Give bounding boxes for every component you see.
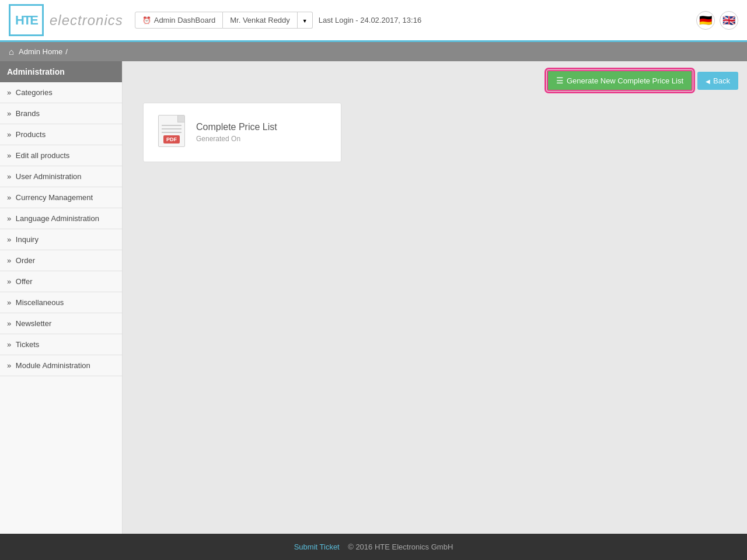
bullet-icon — [7, 298, 13, 307]
bullet-icon — [7, 235, 13, 244]
breadcrumb-home[interactable]: Admin Home — [19, 47, 62, 56]
sidebar-item-tickets[interactable]: Tickets — [0, 334, 122, 355]
language-flags: 🇩🇪 🇬🇧 — [696, 11, 738, 30]
main-content: Generate New Complete Price List Back PD… — [123, 61, 747, 534]
footer-copyright: © 2016 HTE Electronics GmbH — [348, 542, 453, 551]
submit-ticket-link[interactable]: Submit Ticket — [294, 542, 340, 551]
toolbar: Generate New Complete Price List Back — [131, 70, 738, 91]
sidebar-item-products[interactable]: Products — [0, 124, 122, 145]
logo-letters: HTE — [15, 13, 37, 28]
sidebar-item-label: Products — [16, 130, 46, 139]
footer: Submit Ticket © 2016 HTE Electronics Gmb… — [0, 534, 747, 560]
sidebar-item-label: Brands — [16, 109, 40, 118]
uk-flag[interactable]: 🇬🇧 — [720, 11, 738, 30]
sidebar-item-label: Tickets — [16, 340, 40, 349]
price-list-info: Complete Price List Generated On — [196, 122, 326, 143]
back-btn-label: Back — [713, 76, 730, 85]
bullet-icon — [7, 130, 13, 139]
sidebar-item-label: Order — [16, 256, 35, 265]
sidebar-item-label: Language Administration — [16, 214, 99, 223]
sidebar-item-label: Module Administration — [16, 361, 90, 370]
list-icon — [556, 76, 564, 85]
pdf-icon: PDF — [158, 115, 187, 150]
user-name-label: Mr. Venkat Reddy — [230, 16, 290, 24]
clock-icon — [142, 16, 151, 24]
bullet-icon — [7, 361, 13, 370]
sidebar-item-newsletter[interactable]: Newsletter — [0, 313, 122, 334]
header-nav: Admin DashBoard Mr. Venkat Reddy Last Lo… — [135, 12, 696, 29]
pdf-badge: PDF — [163, 135, 180, 144]
price-list-subtitle: Generated On — [196, 135, 326, 143]
generate-btn-label: Generate New Complete Price List — [567, 76, 683, 85]
bullet-icon — [7, 88, 13, 97]
generate-price-list-button[interactable]: Generate New Complete Price List — [547, 70, 693, 91]
sidebar-item-categories[interactable]: Categories — [0, 82, 122, 103]
user-dropdown-button[interactable] — [298, 12, 313, 29]
bullet-icon — [7, 193, 13, 202]
logo-icon: HTE — [9, 4, 44, 36]
price-list-title: Complete Price List — [196, 122, 326, 132]
price-list-card[interactable]: PDF Complete Price List Generated On — [143, 103, 341, 162]
bullet-icon — [7, 256, 13, 265]
sidebar-item-label: Inquiry — [16, 235, 39, 244]
admin-dashboard-button[interactable]: Admin DashBoard — [135, 12, 224, 29]
sidebar-item-user-administration[interactable]: User Administration — [0, 166, 122, 187]
last-login-text: Last Login - 24.02.2017, 13:16 — [319, 16, 421, 24]
bullet-icon — [7, 277, 13, 286]
sidebar-item-currency-management[interactable]: Currency Management — [0, 187, 122, 208]
sidebar-item-offer[interactable]: Offer — [0, 271, 122, 292]
sidebar-item-language-administration[interactable]: Language Administration — [0, 208, 122, 229]
breadcrumb-bar: Admin Home / — [0, 42, 747, 61]
sidebar-item-order[interactable]: Order — [0, 250, 122, 271]
sidebar-item-label: Currency Management — [16, 193, 93, 202]
chevron-down-icon — [302, 16, 308, 24]
chevron-left-icon — [706, 76, 710, 85]
header: HTE electronics Admin DashBoard Mr. Venk… — [0, 0, 747, 42]
user-button[interactable]: Mr. Venkat Reddy — [223, 12, 298, 29]
bullet-icon — [7, 172, 13, 181]
layout: Administration Categories Brands Product… — [0, 61, 747, 534]
sidebar-item-label: Newsletter — [16, 319, 51, 328]
sidebar-item-inquiry[interactable]: Inquiry — [0, 229, 122, 250]
bullet-icon — [7, 214, 13, 223]
admin-dashboard-label: Admin DashBoard — [154, 16, 216, 24]
sidebar-item-label: User Administration — [16, 172, 82, 181]
sidebar-title: Administration — [0, 61, 122, 82]
bullet-icon — [7, 151, 13, 160]
back-button[interactable]: Back — [697, 72, 738, 90]
breadcrumb-separator: / — [65, 47, 68, 56]
sidebar-item-label: Miscellaneous — [16, 298, 64, 307]
sidebar-item-label: Offer — [16, 277, 33, 286]
home-icon — [9, 47, 14, 57]
sidebar-item-miscellaneous[interactable]: Miscellaneous — [0, 292, 122, 313]
bullet-icon — [7, 109, 13, 118]
logo: HTE electronics — [9, 4, 123, 36]
sidebar-item-label: Edit all products — [16, 151, 70, 160]
bullet-icon — [7, 340, 13, 349]
bullet-icon — [7, 319, 13, 328]
sidebar-item-module-administration[interactable]: Module Administration — [0, 355, 122, 376]
sidebar-item-edit-all-products[interactable]: Edit all products — [0, 145, 122, 166]
german-flag[interactable]: 🇩🇪 — [696, 11, 715, 30]
logo-brand: electronics — [50, 12, 123, 29]
sidebar: Administration Categories Brands Product… — [0, 61, 123, 534]
sidebar-item-brands[interactable]: Brands — [0, 103, 122, 124]
sidebar-item-label: Categories — [16, 88, 53, 97]
